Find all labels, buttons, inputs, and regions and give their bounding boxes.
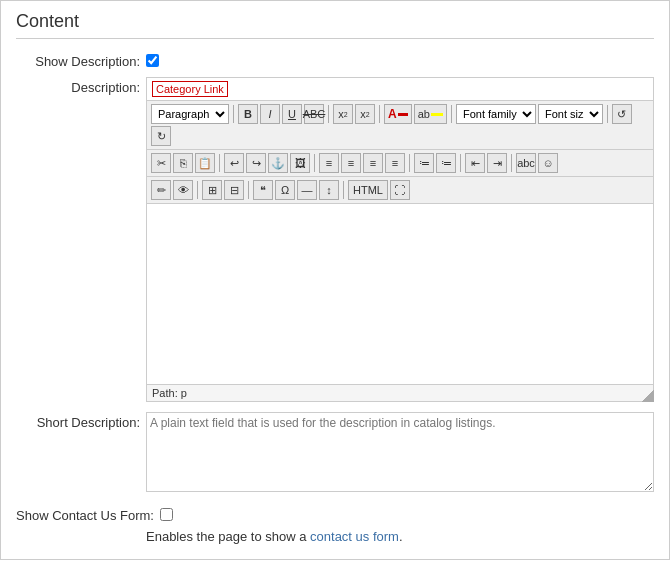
image-button[interactable]: 🖼 [290,153,310,173]
underline-button[interactable]: U [282,104,302,124]
cut-button[interactable]: ✂ [151,153,171,173]
spellcheck-button[interactable]: abc [516,153,536,173]
path-label: Path: [152,387,178,399]
description-editor-container: Category Link Paragraph Heading 1 Headin… [146,77,654,402]
separator-3 [379,105,380,123]
emoticon-button[interactable]: ☺ [538,153,558,173]
align-justify-button[interactable]: ≡ [385,153,405,173]
separator-12 [248,181,249,199]
blockquote-button[interactable]: ❝ [253,180,273,200]
ordered-list-button[interactable]: ≔ [436,153,456,173]
show-description-label: Show Description: [16,51,146,69]
separator-10 [511,154,512,172]
copy-button[interactable]: ⎘ [173,153,193,173]
align-right-button[interactable]: ≡ [363,153,383,173]
superscript-button[interactable]: x2 [355,104,375,124]
separator-7 [314,154,315,172]
toolbar-row-1: Paragraph Heading 1 Heading 2 Heading 3 … [147,101,653,150]
path-value: p [181,387,187,399]
redo-button[interactable]: ↻ [151,126,171,146]
content-section: Content Show Description: Description: C… [0,0,670,560]
enables-prefix: Enables the page to show a [146,529,310,544]
paste-button[interactable]: 📋 [195,153,215,173]
separator-6 [219,154,220,172]
category-link-bar: Category Link [147,78,653,101]
table-button[interactable]: ⊞ [202,180,222,200]
table2-button[interactable]: ⊟ [224,180,244,200]
show-description-checkbox[interactable] [146,54,159,67]
align-center-button[interactable]: ≡ [341,153,361,173]
separator-11 [197,181,198,199]
undo2-button[interactable]: ↩ [224,153,244,173]
show-description-row: Show Description: [16,51,654,69]
undo-button[interactable]: ↺ [612,104,632,124]
show-contact-form-label: Show Contact Us Form: [16,505,160,523]
align-left-button[interactable]: ≡ [319,153,339,173]
edit-button[interactable]: ✏ [151,180,171,200]
preview-button[interactable]: 👁 [173,180,193,200]
outdent-button[interactable]: ⇤ [465,153,485,173]
editor-resize-handle[interactable] [642,390,654,402]
highlight-button[interactable]: ab [414,104,447,124]
redo2-button[interactable]: ↪ [246,153,266,173]
toolbar-row-2: ✂ ⎘ 📋 ↩ ↪ ⚓ 🖼 ≡ ≡ ≡ ≡ ≔ ≔ [147,150,653,177]
special-char-button[interactable]: Ω [275,180,295,200]
paragraph-select[interactable]: Paragraph Heading 1 Heading 2 Heading 3 [151,104,229,124]
toolbar-row-3: ✏ 👁 ⊞ ⊟ ❝ Ω — ↕ HTML ⛶ [147,177,653,204]
font-size-select[interactable]: Font size [538,104,603,124]
description-row: Description: Category Link Paragraph Hea… [16,77,654,402]
unordered-list-button[interactable]: ≔ [414,153,434,173]
separator-4 [451,105,452,123]
anchor-button[interactable]: ⚓ [268,153,288,173]
separator-8 [409,154,410,172]
separator-2 [328,105,329,123]
separator-9 [460,154,461,172]
show-contact-form-checkbox[interactable] [160,508,173,521]
description-label: Description: [16,77,146,95]
short-description-label: Short Description: [16,412,146,430]
page-title: Content [16,11,654,39]
html-button[interactable]: HTML [348,180,388,200]
contact-form-link[interactable]: contact us form [310,529,399,544]
fullscreen-button[interactable]: ⛶ [390,180,410,200]
short-description-row: Short Description: [16,412,654,495]
description-block: Category Link Paragraph Heading 1 Headin… [146,77,654,402]
editor-content-area[interactable] [147,204,653,384]
hr-button[interactable]: — [297,180,317,200]
font-color-button[interactable]: A [384,104,412,124]
path-bar: Path: p [147,384,653,401]
indent-button[interactable]: ⇥ [487,153,507,173]
separator-13 [343,181,344,199]
italic-button[interactable]: I [260,104,280,124]
category-link-button[interactable]: Category Link [152,81,228,97]
bold-button[interactable]: B [238,104,258,124]
subscript-button[interactable]: x2 [333,104,353,124]
pagebreak-button[interactable]: ↕ [319,180,339,200]
show-contact-form-row: Show Contact Us Form: [16,505,654,523]
contact-form-help-text: Enables the page to show a contact us fo… [146,529,654,544]
short-description-textarea[interactable] [146,412,654,492]
separator-5 [607,105,608,123]
separator-1 [233,105,234,123]
font-family-select[interactable]: Font family [456,104,536,124]
strikethrough-button[interactable]: ABC [304,104,324,124]
